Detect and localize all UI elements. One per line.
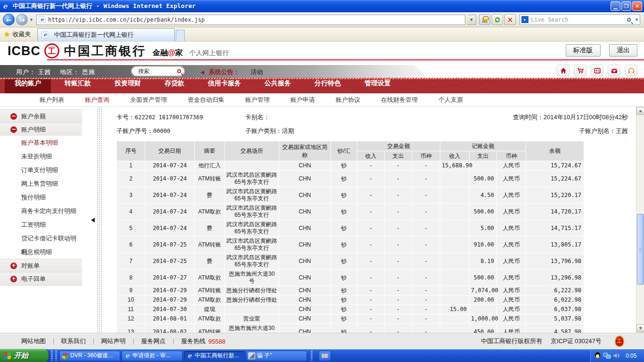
minimize-button[interactable]: ▁ (611, 1, 620, 11)
taskbar-task[interactable]: e中国工商银行新... (184, 351, 245, 361)
forward-button[interactable]: → (16, 14, 28, 25)
table-cell: 钞 (331, 324, 357, 333)
quick-launch-handle[interactable] (51, 351, 53, 361)
restore-button[interactable]: ❐ (621, 1, 631, 11)
collapse-icon[interactable]: − (10, 113, 17, 120)
table-cell: 钞 (331, 253, 357, 270)
nav-item[interactable]: 投资理财 (105, 79, 151, 93)
nav-item[interactable]: 分行特色 (305, 79, 351, 93)
nav-item[interactable]: 转账汇款 (55, 79, 101, 93)
table-row: 12014-07-24他行汇入CHN钞---15,688.90人民币15,724… (117, 161, 584, 171)
expand-icon[interactable]: + (10, 276, 17, 282)
standard-version-button[interactable]: 标准版 (566, 44, 601, 57)
home-icon[interactable] (557, 65, 570, 76)
scroll-down-icon[interactable]: ▼ (636, 324, 644, 332)
subnav-item[interactable]: 账户协议 (336, 93, 360, 106)
subnav-item[interactable]: 在线财务管理 (381, 93, 418, 106)
subnav-item[interactable]: 账户申请 (290, 93, 315, 106)
url-field[interactable]: e https://vip.icbc.com.cn/icbc/perbank/i… (36, 15, 465, 25)
task-area-handle[interactable] (55, 351, 57, 361)
close-button[interactable]: ✕ (632, 1, 642, 11)
contacts-icon[interactable] (591, 65, 603, 76)
sidebar-child-item[interactable]: 订单支付明细 (0, 163, 82, 177)
taskbar-task[interactable]: DVR - 360极速... (59, 351, 120, 361)
table-cell: 钞 (331, 270, 357, 286)
subnav-item[interactable]: 全面资产管理 (130, 93, 167, 106)
volume-icon[interactable] (612, 352, 620, 360)
ie-icon: e (3, 2, 10, 10)
toolbar-handle[interactable] (311, 351, 313, 361)
table-cell: 人民币 (497, 220, 526, 237)
refresh-button[interactable] (492, 14, 503, 25)
footer-link[interactable]: 网站声明 (101, 337, 125, 346)
tab-active[interactable]: e 中国工商银行新一代网上银行 (37, 28, 175, 41)
site-search-input[interactable]: 搜索 (131, 66, 185, 76)
taskbar-task[interactable]: 骗 子" (246, 351, 307, 361)
sidebar-group-item[interactable]: +对账单 (0, 259, 82, 272)
subnav-item[interactable]: 账户查询 (85, 93, 109, 106)
site-search-icon[interactable] (177, 69, 181, 73)
subnav-item[interactable]: 账户管理 (245, 93, 270, 106)
sidebar-child-item[interactable]: 利息税明细 (0, 245, 82, 259)
table-cell: 钞 (331, 171, 357, 187)
search-dropdown-icon[interactable]: ▼ (635, 17, 639, 22)
new-tab-button[interactable] (176, 30, 185, 41)
sidebar-child-item[interactable]: 贷记卡借记卡联动明细 (0, 231, 82, 245)
subnav-item[interactable]: 个人支票 (438, 93, 463, 106)
sidebar-child-item[interactable]: 网上售货明细 (0, 177, 82, 190)
nav-item[interactable]: 存贷款 (155, 79, 194, 93)
stop-button[interactable]: × (504, 14, 516, 25)
sidebar-group-item[interactable]: +电子回单 (0, 272, 82, 286)
nav-item[interactable]: 公共服务 (255, 79, 301, 93)
sidebar-group-item[interactable]: −账户明细 (0, 123, 82, 136)
table-cell: 人民币 (497, 237, 526, 253)
table-cell: 5.00 (470, 220, 497, 237)
sidebar-group-item[interactable]: −账户余额 (0, 109, 82, 123)
sidebar-child-item[interactable]: 工资明细 (0, 218, 82, 231)
table-cell: 钞 (331, 187, 357, 204)
back-button[interactable]: ← (3, 14, 15, 25)
nav-item[interactable]: 信用卡服务 (198, 79, 251, 93)
start-button[interactable]: 开始 (0, 349, 49, 362)
collapse-icon[interactable]: − (10, 126, 17, 133)
mail-icon[interactable] (608, 65, 620, 76)
qq-icon[interactable] (594, 352, 602, 360)
cart-icon[interactable] (574, 65, 586, 76)
logout-button[interactable]: 退出 (609, 44, 637, 57)
subnav-item[interactable]: 账户列表 (40, 93, 64, 106)
transaction-table: 序号 交易日期 摘要 交易场所 交易国家或地区简称 钞/汇 交易金额 记账金额 … (116, 141, 584, 333)
url-dropdown-icon[interactable]: ▼ (467, 15, 476, 25)
sidebar-child-item[interactable]: 账户基本明细 (0, 136, 82, 149)
keyboard-icon[interactable] (319, 351, 331, 361)
announcement-link[interactable]: 活动 (251, 68, 263, 75)
table-cell: 人民币 (497, 305, 526, 314)
footer-link[interactable]: 联系我们 (61, 337, 86, 346)
expand-icon[interactable]: + (10, 263, 17, 269)
sidebar-child-item[interactable]: 未登折明细 (0, 149, 82, 163)
nav-item[interactable]: 我的账户 (5, 79, 51, 93)
table-cell: 2014-07-24 (145, 220, 195, 237)
subnav-item[interactable]: 资金自动归集 (188, 93, 224, 106)
table-cell: - (412, 171, 440, 187)
scroll-up-icon[interactable]: ▲ (636, 107, 644, 115)
footer-link[interactable]: 服务网点 (141, 337, 165, 346)
search-magnifier-icon[interactable] (627, 18, 631, 22)
nav-item[interactable]: 管理设置 (355, 79, 401, 93)
live-search-box[interactable]: ▸ Live Search ▼ (520, 14, 640, 25)
network-icon[interactable] (603, 352, 611, 360)
lock-icon[interactable] (479, 14, 490, 25)
headset-icon[interactable] (625, 65, 637, 76)
sidebar-child-item[interactable]: 商务卡定向支付明细 (0, 204, 82, 218)
footer-link[interactable]: 网站地图 (21, 337, 46, 346)
sidebar-child-item[interactable]: 预付明细 (0, 190, 82, 204)
favorites-button[interactable]: ★ 收藏夹 (4, 27, 37, 41)
col-group-book-amount: 记账金额 (440, 141, 526, 151)
history-dropdown-icon[interactable]: ▼ (29, 17, 33, 22)
scrollbar-thumb[interactable] (637, 214, 644, 285)
announcement: ◀ 系统公告： 活动 (200, 68, 263, 76)
content-scrollbar[interactable]: ▲ ▼ (636, 107, 644, 333)
table-cell: 13,296.98 (526, 270, 584, 286)
user-strip: 用户： 王茜 地区： 恩施 搜索 ◀ 系统公告： 活动 (0, 60, 644, 79)
collapse-sidebar-icon[interactable] (91, 218, 95, 222)
taskbar-task[interactable]: e申请借款 - 审... (122, 351, 182, 361)
